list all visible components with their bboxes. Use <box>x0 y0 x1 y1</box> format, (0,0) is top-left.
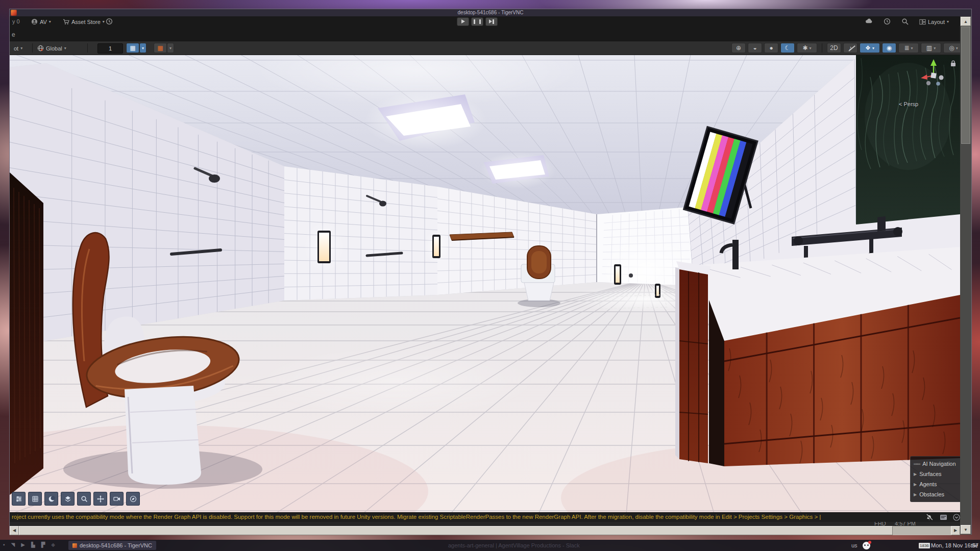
eye-visibility-icon: ◉ <box>887 45 892 51</box>
2d-toggle-icon: 2D <box>830 45 838 51</box>
search-icon[interactable] <box>901 18 909 26</box>
grid-size-input[interactable]: 1 <box>97 43 123 54</box>
workspace-pager[interactable]: ▪ ◥ ▶ ▙ ▛ ◆ <box>3 542 55 547</box>
grid-axis-button[interactable]: ▦ <box>154 43 167 53</box>
vnc-horizontal-scrollbar[interactable]: ◀ ▶ <box>10 526 960 535</box>
os-taskbar[interactable]: ▪ ◥ ▶ ▙ ▛ ◆ desktop-541c686 - TigerVNC a… <box>0 540 980 551</box>
moon-lighting-button[interactable]: ☾ <box>780 43 795 53</box>
vertical-scroll-thumb[interactable] <box>961 27 970 144</box>
grid-globe-button[interactable]: ⊕ <box>731 43 746 53</box>
2d-toggle-button[interactable]: 2D <box>827 43 841 53</box>
play-button[interactable] <box>457 17 469 26</box>
compass-icon <box>129 495 137 503</box>
persp-label[interactable]: < Persp <box>899 101 918 107</box>
effects-button[interactable]: ❖▾ <box>860 43 880 53</box>
audio-mute-button[interactable]: ♪ <box>843 43 857 53</box>
pager-icon[interactable]: ◆ <box>51 542 55 547</box>
scene-tool-move-button[interactable] <box>93 492 107 506</box>
white-sphere-button[interactable]: ● <box>764 43 778 53</box>
eye-visibility-button[interactable]: ◉ <box>882 43 896 53</box>
scene-toolbar: ot▾ Global▾ 1 ▦ ▾ ▦ ▾ ⊕◒●☾✱▾2D♪❖▾◉≣▾▥▾◎▾ <box>10 41 960 55</box>
account-dropdown[interactable]: AV▾ <box>31 17 51 26</box>
columns-button[interactable]: ▥▾ <box>921 43 941 53</box>
step-icon <box>486 19 497 24</box>
vnc-window[interactable]: desktop-541c686 - TigerVNC y 0 AV▾ Asset… <box>9 9 972 535</box>
grid-icon <box>31 495 39 503</box>
scene-tool-camera-button[interactable] <box>110 492 124 506</box>
ai-navigation-overlay[interactable]: ══ AI Navigation ▶Surfaces▶Agents▶Obstac… <box>910 456 960 502</box>
nav-item-surfaces[interactable]: ▶Surfaces <box>911 469 960 479</box>
layout-label: Layout <box>928 19 945 25</box>
scroll-down-button[interactable]: ▼ <box>961 525 971 534</box>
effects-icon: ❖ <box>865 45 871 51</box>
foldout-arrow-icon: ▶ <box>914 472 917 477</box>
discord-tray-icon[interactable] <box>863 540 870 551</box>
taskbar-item-tigervnc[interactable]: desktop-541c686 - TigerVNC <box>68 541 156 550</box>
account-label: AV <box>40 19 47 25</box>
shaded-sphere-button[interactable]: ◒ <box>748 43 762 53</box>
remote-res-fragment: FHD <box>874 522 886 526</box>
unity-status-bar[interactable]: roject currently uses the compatibility … <box>10 512 960 522</box>
play-icon <box>461 19 465 23</box>
grid-axis-caret[interactable]: ▾ <box>167 43 174 53</box>
nav-item-obstacles[interactable]: ▶Obstacles <box>911 489 960 499</box>
moon-icon <box>47 495 56 503</box>
cloud-icon[interactable] <box>865 18 873 26</box>
handle-space-dropdown[interactable]: Global▾ <box>37 44 66 53</box>
task-icon <box>72 543 77 548</box>
foldout-arrow-icon: ▶ <box>914 492 917 497</box>
avatar-icon <box>31 18 38 25</box>
scroll-up-button[interactable]: ▲ <box>961 17 971 26</box>
asset-store-button[interactable]: Asset Store▾ <box>63 17 105 26</box>
vnc-titlebar[interactable]: desktop-541c686 - TigerVNC <box>10 9 971 16</box>
scene-tool-layers-button[interactable] <box>61 492 75 506</box>
status-warning-text[interactable]: roject currently uses the compatibility … <box>12 514 920 520</box>
bug-audio-button[interactable]: ✱▾ <box>797 43 817 53</box>
vnc-vertical-scrollbar[interactable]: ▲ ▼ <box>960 16 971 535</box>
scene-toolbar-right-icons: ⊕◒●☾✱▾2D♪❖▾◉≣▾▥▾◎▾ <box>731 43 960 53</box>
gizmo-globe-button[interactable]: ◎▾ <box>943 43 960 53</box>
pager-icon[interactable]: ▛ <box>41 542 45 547</box>
scene-tool-mixer-button[interactable] <box>12 492 26 506</box>
lock-icon[interactable] <box>950 60 956 67</box>
camera-icon <box>113 495 121 503</box>
notification-dot <box>868 541 871 544</box>
scene-tool-search-button[interactable] <box>77 492 91 506</box>
pause-button[interactable] <box>471 17 483 26</box>
keyboard-layout-indicator[interactable]: us <box>851 540 857 551</box>
layers-button[interactable]: ≣▾ <box>898 43 919 53</box>
layout-dropdown[interactable]: Layout▾ <box>919 17 949 26</box>
scene-viewport[interactable]: < Persp ══ AI Navigation ▶Surfaces▶Agent… <box>10 55 960 512</box>
step-button[interactable] <box>485 17 498 26</box>
history-icon[interactable] <box>884 18 891 26</box>
scene-tool-compass-button[interactable] <box>126 492 140 506</box>
moon-lighting-icon: ☾ <box>785 45 791 51</box>
ai-navigation-header[interactable]: ══ AI Navigation <box>911 459 960 469</box>
pager-icon[interactable]: ◥ <box>11 542 15 547</box>
remote-desktop[interactable]: y 0 AV▾ Asset Store▾ Layout▾ e <box>10 16 960 526</box>
notifications-muted-icon[interactable] <box>925 514 933 521</box>
scroll-right-button[interactable]: ▶ <box>951 526 960 535</box>
grid-snap-button[interactable]: ▦ <box>126 43 139 53</box>
pager-icon[interactable]: ▶ <box>21 542 25 547</box>
nav-item-agents[interactable]: ▶Agents <box>911 479 960 489</box>
scene-tool-moon-button[interactable] <box>44 492 58 506</box>
task-label-dim: agents-art-general | AgentVillage Produc… <box>448 542 580 548</box>
pivot-dropdown[interactable]: ot▾ <box>14 44 22 53</box>
tray-monitor[interactable]: 1836 <box>919 540 930 551</box>
scroll-left-button[interactable]: ◀ <box>10 526 19 535</box>
gizmo-globe-icon: ◎ <box>949 45 954 51</box>
grid-snap-caret[interactable]: ▾ <box>139 43 146 53</box>
pager-icon[interactable]: ▙ <box>31 542 35 547</box>
horizontal-scroll-thumb[interactable] <box>19 526 893 535</box>
orientation-gizmo[interactable] <box>919 57 949 91</box>
collapse-status-icon[interactable] <box>953 514 960 521</box>
pager-icon[interactable]: ▪ <box>3 542 5 547</box>
bug-audio-icon: ✱ <box>802 45 807 51</box>
console-icon[interactable] <box>940 514 947 521</box>
globe-icon <box>37 45 44 52</box>
chevron-down-icon: ▾ <box>103 19 105 24</box>
taskbar-item-background[interactable]: agents-art-general | AgentVillage Produc… <box>444 541 584 550</box>
undo-history-icon[interactable] <box>106 18 113 25</box>
scene-tool-grid-button[interactable] <box>28 492 42 506</box>
